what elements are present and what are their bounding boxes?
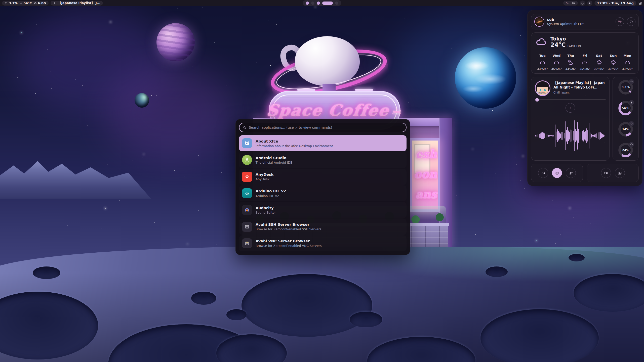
crater	[226, 309, 247, 320]
weather-forecast: Tue33°/24°Wed35°/25°Thu33°/26°Fri35°/26°…	[535, 54, 634, 70]
forecast-temps: 33°/26°	[564, 67, 578, 70]
crater	[569, 254, 585, 261]
album-art-text: TOKYO L	[536, 92, 550, 94]
forecast-temps: 33°/24°	[535, 67, 549, 70]
workspace-dot-2[interactable]	[311, 2, 314, 5]
workspace-dot-1[interactable]	[306, 2, 309, 5]
chip-icon	[34, 2, 37, 5]
visualizer-bar	[555, 124, 555, 147]
workspace-dot-3[interactable]	[317, 2, 320, 5]
thermometer-icon	[19, 2, 23, 5]
app-item[interactable]: AudacitySound Editor	[239, 202, 407, 218]
app-item[interactable]: Android StudioThe official Android IDE	[239, 152, 407, 168]
app-item[interactable]: About XfceInformation about the Xfce Des…	[239, 135, 407, 151]
pause-icon	[53, 2, 56, 5]
visualizer-bar	[578, 129, 579, 143]
scales-button[interactable]	[552, 168, 562, 178]
visualizer-bar	[569, 132, 570, 140]
visualizer-bar	[541, 132, 542, 139]
visualizer-bar	[605, 135, 605, 137]
visualizer-bar	[546, 134, 546, 138]
visualizer-bar	[593, 135, 594, 137]
app-item[interactable]: Avahi SSH Server BrowserBrowse for Zeroc…	[239, 218, 407, 235]
power-icon	[629, 20, 633, 24]
forecast-day-mon: Mon33°/26°	[620, 54, 634, 70]
volume-icon	[588, 2, 591, 5]
volume-button[interactable]	[587, 1, 592, 6]
visualizer-bar	[551, 135, 552, 137]
visualizer-bar	[567, 127, 568, 144]
neon-sign-text: Space Coffee	[266, 101, 390, 120]
visualizer-bar	[575, 129, 576, 143]
app-description: Browse for Zeroconf-enabled VNC Servers	[256, 244, 321, 248]
cloud-icon	[578, 60, 592, 66]
crater	[350, 312, 382, 327]
app-title: Android Studio	[256, 156, 292, 160]
app-item[interactable]: Avahi VNC Server BrowserBrowse for Zeroc…	[239, 235, 407, 251]
app-item[interactable]: ∞Arduino IDE v2Arduino IDE v2	[239, 185, 407, 201]
system-stats-pill[interactable]: 3.1%54°C6.8G	[2, 1, 49, 6]
pause-button[interactable]	[566, 103, 575, 113]
forecast-day-fri: Fri35°/26°	[578, 54, 592, 70]
overview-grid-icon[interactable]	[638, 1, 642, 5]
cloud-storm-icon	[606, 60, 620, 66]
gear-icon	[618, 20, 622, 24]
workspace-dot-4[interactable]	[322, 2, 333, 5]
image-button[interactable]	[615, 168, 625, 178]
gauge-speedometer: 3.1%	[618, 80, 633, 95]
visualizer-bar	[601, 133, 602, 139]
now-playing-label: 【Japanese Playlist】 J...	[58, 1, 100, 5]
anydesk-app-icon	[242, 172, 252, 182]
visualizer-bar	[560, 133, 561, 138]
app-title: Audacity	[256, 206, 276, 210]
screenshot-tray-icon[interactable]	[572, 2, 575, 5]
camera-button[interactable]	[601, 168, 611, 178]
visualizer-bar	[537, 135, 537, 137]
system-tray[interactable]	[563, 1, 578, 6]
visualizer-bar	[591, 134, 592, 138]
visualizer-bar	[552, 135, 553, 137]
app-description: Browse for Zeroconf-enabled SSH Servers	[256, 227, 321, 231]
visualizer-bar	[543, 132, 544, 139]
search-input[interactable]	[249, 125, 403, 129]
weather-city: Tokyo	[550, 36, 581, 41]
visualizer-bar	[548, 135, 549, 137]
visualizer-bar	[599, 132, 599, 140]
visualizer-bar	[564, 133, 565, 139]
speedometer-button[interactable]	[538, 168, 548, 178]
coffee-cup-icon: ☕	[391, 104, 403, 117]
visualizer-bar	[571, 129, 571, 142]
tray-app-icon[interactable]	[566, 2, 569, 5]
forecast-temps: 33°/26°	[620, 67, 634, 70]
visualizer-bar	[550, 135, 551, 137]
forecast-temps: 35°/26°	[578, 67, 592, 70]
workspace-dot-5[interactable]	[335, 2, 338, 5]
seek-bar[interactable]	[535, 99, 606, 100]
disk-icon	[629, 142, 634, 147]
arduino-app-icon: ∞	[242, 188, 252, 198]
seek-knob[interactable]	[535, 98, 539, 102]
visualizer-bar	[539, 134, 540, 138]
app-item[interactable]: AnyDeskAnyDesk	[239, 169, 407, 185]
cloud-icon	[620, 60, 634, 66]
visualizer-bar	[587, 130, 588, 142]
divider	[535, 51, 634, 51]
visualizer-bar	[584, 132, 585, 140]
camera-icon	[604, 171, 608, 175]
workspace-switcher[interactable]	[303, 0, 341, 6]
leaf-button[interactable]	[566, 168, 576, 178]
cloud-icon	[535, 60, 549, 66]
launcher-search[interactable]	[239, 123, 407, 132]
clock[interactable]: 17:09 - Tue, 19 Aug	[594, 1, 636, 6]
now-playing-pill[interactable]: 【Japanese Playlist】 J...	[51, 1, 103, 6]
cloud-sun-icon	[564, 60, 578, 66]
power-button[interactable]	[627, 17, 635, 26]
settings-button[interactable]	[616, 17, 624, 26]
visualizer-bar	[565, 121, 566, 150]
top-panel: 3.1%54°C6.8G 【Japanese Playlist】 J... 17…	[0, 0, 644, 6]
forecast-day-label: Fri	[578, 54, 592, 58]
track-title: 【Japanese Playlist】 Japan All Night - To…	[553, 80, 606, 89]
forecast-temps: 35°/25°	[549, 67, 564, 70]
app-list: About XfceInformation about the Xfce Des…	[239, 135, 407, 251]
notifications-button[interactable]	[580, 1, 585, 6]
